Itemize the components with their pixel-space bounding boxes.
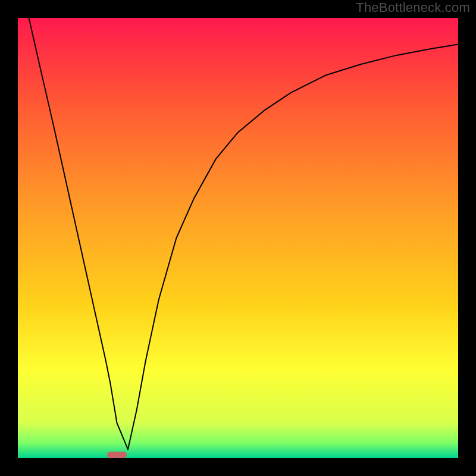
optimal-marker <box>107 452 127 458</box>
chart-svg <box>0 0 476 476</box>
watermark-text: TheBottleneck.com <box>356 0 470 15</box>
plot-background <box>18 18 458 458</box>
chart-frame: TheBottleneck.com <box>0 0 476 476</box>
